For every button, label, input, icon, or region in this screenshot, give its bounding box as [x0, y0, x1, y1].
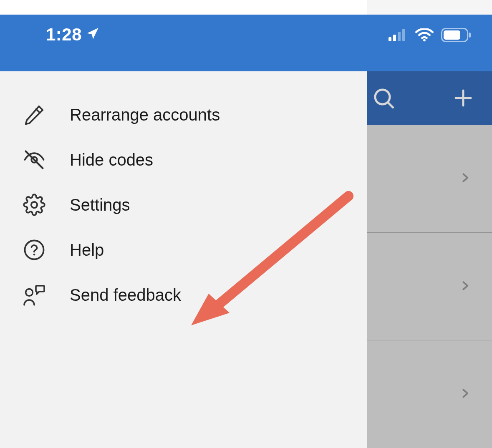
menu-item-hide-codes[interactable]: Hide codes — [0, 137, 367, 182]
chevron-right-icon — [459, 277, 471, 296]
menu-item-settings[interactable]: Settings — [0, 182, 367, 227]
chevron-right-icon — [459, 385, 471, 404]
side-menu: Rearrange accounts Hide codes Settings — [0, 71, 367, 448]
background-header — [367, 71, 492, 125]
status-right — [389, 25, 471, 44]
cellular-signal-icon — [389, 29, 408, 43]
svg-rect-0 — [389, 37, 391, 41]
svg-rect-7 — [469, 33, 471, 38]
svg-rect-3 — [402, 29, 405, 41]
battery-icon — [441, 28, 471, 44]
menu-item-send-feedback[interactable]: Send feedback — [0, 272, 367, 317]
status-left: 1:28 — [46, 25, 100, 45]
svg-point-11 — [25, 241, 44, 259]
location-arrow-icon — [86, 27, 100, 43]
chevron-right-icon — [459, 169, 471, 188]
svg-point-13 — [26, 289, 33, 296]
add-button[interactable] — [452, 87, 474, 109]
menu-item-label: Rearrange accounts — [70, 106, 220, 124]
list-item[interactable] — [367, 233, 492, 341]
background-list-panel — [367, 71, 492, 448]
svg-point-10 — [31, 202, 37, 208]
search-button[interactable] — [371, 86, 396, 111]
pencil-icon — [22, 102, 47, 127]
svg-line-15 — [388, 103, 393, 108]
content-row: Rearrange accounts Hide codes Settings — [0, 71, 492, 448]
svg-rect-6 — [444, 30, 460, 40]
menu-item-label: Settings — [70, 196, 130, 214]
list-item[interactable] — [367, 125, 492, 233]
gear-icon — [22, 192, 47, 217]
svg-point-4 — [423, 39, 426, 42]
menu-item-label: Send feedback — [70, 286, 181, 305]
list-item[interactable] — [367, 340, 492, 448]
svg-rect-2 — [398, 32, 401, 41]
wifi-icon — [415, 28, 434, 43]
eye-off-icon — [22, 147, 47, 172]
top-whitespace-strip — [0, 0, 367, 15]
menu-item-rearrange-accounts[interactable]: Rearrange accounts — [0, 92, 367, 137]
svg-point-12 — [33, 254, 35, 256]
menu-item-label: Help — [70, 241, 104, 259]
svg-rect-1 — [393, 35, 396, 41]
help-circle-icon — [22, 237, 47, 262]
menu-item-help[interactable]: Help — [0, 227, 367, 272]
menu-item-label: Hide codes — [70, 151, 153, 169]
background-list — [367, 125, 492, 448]
status-time: 1:28 — [46, 25, 82, 45]
status-bar: 1:28 — [0, 15, 492, 71]
feedback-icon — [22, 282, 47, 307]
